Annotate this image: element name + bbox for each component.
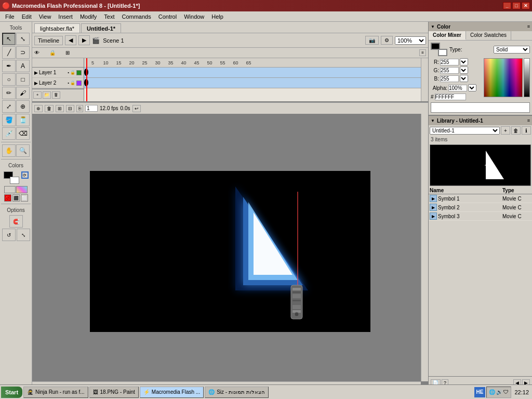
menu-file[interactable]: File xyxy=(2,12,18,21)
ninja-label: Ninja Run - run as f... xyxy=(35,389,84,395)
hand-tool[interactable]: ✋ xyxy=(2,144,16,157)
taskbar-paint[interactable]: 🖼 18.PNG - Paint xyxy=(89,387,139,398)
tab-color-mixer[interactable]: Color Mixer xyxy=(429,31,466,40)
stage-vscroll[interactable] xyxy=(421,114,428,381)
add-layer-button[interactable]: + xyxy=(33,91,42,99)
menu-control[interactable]: Control xyxy=(155,12,180,21)
zoom-select[interactable]: 100% 50% 200% Fit in Window xyxy=(395,36,426,45)
snap-option[interactable]: 🧲 xyxy=(9,215,23,228)
loop-btn[interactable]: ↩ xyxy=(132,105,141,112)
menu-text[interactable]: Text xyxy=(101,12,117,21)
copy-frames-btn[interactable]: ⎘ xyxy=(76,105,83,112)
menu-commands[interactable]: Commands xyxy=(118,12,154,21)
menu-view[interactable]: View xyxy=(36,12,55,21)
b-input[interactable] xyxy=(440,75,459,82)
camera-button[interactable]: 📷 xyxy=(365,36,379,45)
layer-1-lock[interactable]: 🔒 xyxy=(70,70,75,75)
r-input[interactable] xyxy=(440,59,459,65)
eyedropper-tool[interactable]: 💉 xyxy=(2,127,16,140)
layer-2-eye[interactable]: • xyxy=(68,81,69,85)
close-button[interactable]: ✕ xyxy=(522,2,530,9)
timeline-menu-button[interactable]: ≡ xyxy=(419,49,426,56)
ink-bottle-tool[interactable]: 🪣 xyxy=(2,114,16,126)
menu-edit[interactable]: Edit xyxy=(19,12,35,21)
menu-help[interactable]: Help xyxy=(208,12,227,21)
subselect-tool[interactable]: ⤡ xyxy=(16,33,30,45)
color-panel-arrow[interactable]: ▼ xyxy=(431,24,435,29)
symbol1-icon: ▶ xyxy=(430,195,437,202)
color-panel-menu[interactable]: ≡ xyxy=(527,24,530,29)
color-type-select[interactable]: Solid Linear Radial xyxy=(494,46,530,54)
start-button[interactable]: Start xyxy=(1,387,22,398)
b-arrow[interactable]: ▼ xyxy=(460,75,468,82)
menu-insert[interactable]: Insert xyxy=(55,12,76,21)
fill-transform-tool[interactable]: ⊕ xyxy=(16,100,30,113)
taskbar-siz[interactable]: 🌐 Siz - הצאלות תמונות xyxy=(205,387,269,398)
library-expand-arrow[interactable]: ▼ xyxy=(431,118,435,123)
svg-rect-7 xyxy=(292,291,301,293)
taskbar-flash[interactable]: ⚡ Macromedia Flash ... xyxy=(140,387,204,398)
library-menu[interactable]: ≡ xyxy=(527,118,530,123)
forward-nav-button[interactable]: ▶ xyxy=(78,35,90,45)
pen-tool[interactable]: ✒ xyxy=(2,60,16,72)
menu-modify[interactable]: Modify xyxy=(77,12,100,21)
layer-1-row[interactable]: ▶ Layer 1 • 🔒 xyxy=(32,68,84,78)
library-row-symbol3[interactable]: ▶ Symbol 3 Movie C xyxy=(429,212,532,221)
ruler-mark-40: 40 xyxy=(177,60,190,65)
pencil-tool[interactable]: ✏ xyxy=(2,87,16,99)
g-input[interactable] xyxy=(440,67,459,74)
ruler-mark-50: 50 xyxy=(203,60,216,65)
arrow-tool[interactable]: ↖ xyxy=(2,33,16,45)
tab-untitled[interactable]: Untitled-1* xyxy=(81,23,121,33)
color-gradient-picker[interactable] xyxy=(484,58,523,97)
library-row-symbol2[interactable]: ▶ Symbol 2 Movie C xyxy=(429,203,532,212)
delete-layer-button[interactable]: 🗑 xyxy=(52,91,60,99)
layer-1-eye[interactable]: • xyxy=(68,70,69,75)
tab-color-swatches[interactable]: Color Swatches xyxy=(466,31,511,40)
lasso-tool[interactable]: ⊃ xyxy=(16,46,30,59)
delete-frame-btn[interactable]: 🗑 xyxy=(45,105,54,112)
language-indicator[interactable]: HE xyxy=(474,387,486,397)
paint-bucket-tool[interactable]: 🫙 xyxy=(16,114,30,126)
settings-button[interactable]: ⚙ xyxy=(381,36,393,45)
scale-option[interactable]: ⤡ xyxy=(17,229,30,241)
rotate-option[interactable]: ↺ xyxy=(2,229,16,241)
library-row-symbol1[interactable]: ▶ Symbol 1 Movie C xyxy=(429,194,532,203)
back-nav-button[interactable]: ◀ xyxy=(65,35,76,45)
library-new-symbol-btn[interactable]: + xyxy=(501,126,510,135)
taskbar-ninja-run[interactable]: 🥷 Ninja Run - run as f... xyxy=(23,387,88,398)
svg-rect-10 xyxy=(292,305,301,309)
add-layer-ctrl-btn[interactable]: ⊕ xyxy=(34,105,43,112)
brush-tool[interactable]: 🖌 xyxy=(16,87,30,99)
alpha-input[interactable] xyxy=(448,85,467,91)
insert-frame-btn[interactable]: ⊞ xyxy=(56,105,64,112)
fill-color-box[interactable] xyxy=(438,49,447,56)
zoom-tool[interactable]: 🔍 xyxy=(16,144,30,157)
timeline-vscroll[interactable] xyxy=(421,58,428,102)
rect-tool[interactable]: □ xyxy=(16,73,30,86)
tab-bar: lightsaber.fla* Untitled-1* xyxy=(32,22,428,33)
layer-2-lock[interactable]: 🔒 xyxy=(70,81,75,85)
free-transform-tool[interactable]: ⤢ xyxy=(2,100,16,113)
add-layer-folder-button[interactable]: 📁 xyxy=(43,91,51,99)
alpha-arrow[interactable]: ▼ xyxy=(468,84,476,91)
g-arrow[interactable]: ▼ xyxy=(460,66,468,74)
text-tool[interactable]: A xyxy=(16,60,30,72)
line-tool[interactable]: ╱ xyxy=(2,46,16,59)
eraser-tool[interactable]: ⌫ xyxy=(16,127,30,140)
hex-input[interactable] xyxy=(435,94,466,100)
tab-lightsaber[interactable]: lightsaber.fla* xyxy=(34,23,80,33)
oval-tool[interactable]: ○ xyxy=(2,73,16,86)
library-props-btn[interactable]: ℹ xyxy=(522,126,531,135)
minimize-button[interactable]: _ xyxy=(503,2,511,9)
library-dropdown[interactable]: Untitled-1 xyxy=(430,127,500,135)
timeline-button[interactable]: Timeline xyxy=(34,36,63,45)
layer-2-row[interactable]: ▶ Layer 2 • 🔒 xyxy=(32,78,84,88)
menu-window[interactable]: Window xyxy=(181,12,207,21)
playhead[interactable] xyxy=(86,58,87,102)
r-arrow[interactable]: ▼ xyxy=(460,58,468,65)
brightness-bar[interactable] xyxy=(524,58,530,97)
maximize-button[interactable]: □ xyxy=(512,2,521,9)
remove-frame-btn[interactable]: ⊟ xyxy=(66,105,74,112)
library-delete-btn[interactable]: 🗑 xyxy=(511,126,521,135)
